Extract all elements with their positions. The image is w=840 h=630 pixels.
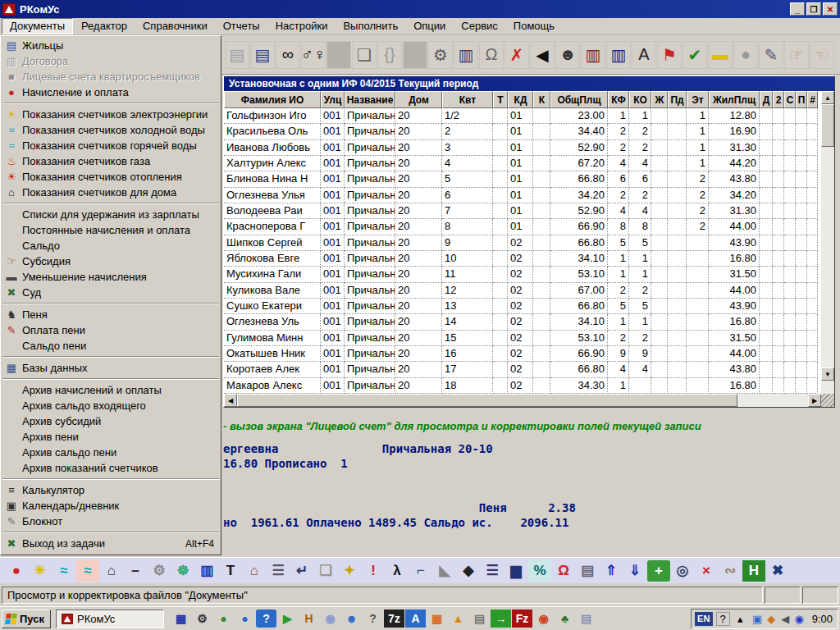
menu-item-archive-penalty-saldo[interactable]: Архив сальдо пени — [1, 445, 221, 460]
vertical-scrollbar[interactable]: ▲ ▼ — [821, 91, 834, 394]
printer2-icon[interactable]: ▤ — [469, 609, 490, 628]
column-header-7[interactable]: КД — [508, 91, 533, 108]
close-x-icon[interactable]: ✖ — [766, 560, 789, 582]
table-row[interactable]: Коротаев Алек001Причальная20170266.80444… — [224, 362, 821, 377]
menu-item-cold-water-meters[interactable]: ≈Показания счетчиков холодной воды — [1, 122, 221, 138]
column-header-12[interactable]: Ж — [651, 91, 668, 108]
table-row[interactable]: Иванова Любовь001Причальная2030152.90221… — [224, 140, 821, 156]
hammer-icon[interactable]: ⚙ — [428, 41, 453, 69]
bucket-icon[interactable]: ◣ — [433, 560, 456, 582]
table-row[interactable]: Гольфинзон Иго001Причальная201/20123.001… — [224, 108, 821, 124]
omega-icon[interactable]: Ω — [552, 560, 575, 582]
menubar-item-help[interactable]: Помощь — [506, 19, 562, 34]
volume-tray-icon[interactable]: ◀ — [778, 612, 792, 626]
menu-item-archive-subsidies[interactable]: Архив субсидий — [1, 413, 221, 429]
language-indicator[interactable]: EN — [695, 612, 713, 626]
table-row[interactable]: Яблокова Евге001Причальная20100234.10111… — [224, 251, 821, 267]
table-row[interactable]: Володеева Раи001Причальная2070152.904423… — [224, 203, 821, 219]
start-button[interactable]: Пуск — [2, 609, 51, 628]
tray-help-icon[interactable]: ? — [716, 612, 730, 626]
doc-viewer-icon[interactable]: ▤ — [576, 609, 596, 628]
bell-icon[interactable]: Ω — [479, 41, 504, 69]
cabinet-icon[interactable]: ☰ — [267, 560, 290, 582]
point-right-icon[interactable]: ☞ — [784, 41, 809, 69]
menu-item-charges[interactable]: ●Начисление и оплата — [1, 84, 221, 100]
cd-icon[interactable]: ◉ — [320, 609, 340, 628]
braces-icon[interactable]: {} — [377, 41, 402, 69]
minimize-button[interactable]: _ — [790, 2, 805, 16]
column-header-3[interactable]: Название — [345, 91, 395, 108]
h-block-icon[interactable]: H — [742, 560, 765, 582]
taskbar-app-button[interactable]: РКомУс — [56, 609, 164, 628]
menu-item-salary-lists[interactable]: Списки для удержания из зарплаты — [1, 207, 221, 222]
menu-item-residents[interactable]: ▤Жильцы — [1, 38, 221, 53]
sevenzip-icon[interactable]: 7z — [384, 609, 404, 628]
menu-item-calculator[interactable]: ≡Калькулятор — [1, 482, 221, 498]
table-row[interactable]: Шипков Сергей001Причальная2090266.805543… — [224, 235, 821, 251]
ruler-icon[interactable]: ▬ — [708, 41, 733, 69]
menu-item-court[interactable]: ✖Суд — [1, 285, 221, 300]
column-header-19[interactable]: П — [796, 91, 807, 108]
books-stack-icon[interactable]: ▥ — [581, 41, 605, 69]
windows-tray-icon[interactable]: ▣ — [751, 612, 765, 626]
column-header-17[interactable]: 2 — [773, 91, 784, 108]
menu-item-penalty-saldo[interactable]: Сальдо пени — [1, 338, 221, 354]
menu-item-calendar[interactable]: ▣Календарь/дневник — [1, 498, 221, 514]
flag-edit-icon[interactable]: ⚑ — [657, 41, 682, 69]
arrow-back-icon[interactable]: ◀ — [530, 41, 555, 69]
bulb-icon[interactable]: ☀ — [29, 560, 52, 582]
corner-arrow-icon[interactable]: ↵ — [290, 560, 313, 582]
house-icon[interactable]: ⌂ — [243, 560, 266, 582]
table-row[interactable]: Окатышев Нник001Причальная20160266.90994… — [224, 346, 821, 362]
chart-icon[interactable]: ▆ — [504, 560, 527, 582]
arrow-down-icon[interactable]: ⇓ — [623, 560, 646, 582]
horizontal-scrollbar[interactable]: ◀ ▶ — [224, 394, 821, 407]
menu-item-databases[interactable]: ▦Базы данных — [1, 360, 221, 376]
fox-icon[interactable]: ▲ — [448, 609, 468, 628]
menu-item-gas-meters[interactable]: ♨Показания счетчиков газа — [1, 153, 221, 169]
column-header-9[interactable]: ОбщПлщ — [550, 91, 608, 108]
table-row[interactable]: Макаров Алекс001Причальная20180234.30116… — [224, 378, 821, 394]
scroll-left-button[interactable]: ◀ — [224, 394, 237, 407]
table-row[interactable]: Куликова Вале001Причальная20120267.00224… — [224, 283, 821, 299]
key-icon[interactable]: ✦ — [338, 560, 361, 582]
menu-item-permanent-charges[interactable]: Постоянные начисления и оплата — [1, 222, 221, 238]
resize-grip[interactable] — [821, 394, 834, 407]
menu-item-notebook[interactable]: ✎Блокнот — [1, 514, 221, 529]
menu-item-archive-saldo-in[interactable]: Архив сальдо входящего — [1, 398, 221, 413]
hxd-icon[interactable]: H — [299, 609, 319, 628]
shape-icon[interactable]: ● — [733, 41, 758, 69]
sphere-icon[interactable]: ● — [213, 609, 234, 628]
binoculars-icon[interactable]: ∞ — [276, 41, 300, 69]
hot-water-icon[interactable]: ≈ — [76, 560, 99, 582]
arrow-up-icon[interactable]: ⇑ — [600, 560, 623, 582]
maximize-button[interactable]: ❐ — [806, 2, 821, 16]
charges-icon[interactable]: ● — [5, 560, 28, 582]
column-header-8[interactable]: К — [533, 91, 550, 108]
wrench-icon[interactable]: ⚙ — [148, 560, 171, 582]
menu-item-archive-charges[interactable]: Архив начислений и оплаты — [1, 382, 221, 398]
table-row[interactable]: Красноперова Г001Причальная2080166.90882… — [224, 219, 821, 235]
table-row[interactable]: Блинова Нина Н001Причальная2050166.80662… — [224, 171, 821, 187]
column-header-10[interactable]: КФ — [608, 91, 629, 108]
tray-expand-icon[interactable]: ▴ — [733, 612, 747, 626]
delete-x-icon[interactable]: × — [695, 560, 718, 582]
menu-item-electricity-meters[interactable]: ☀Показания счетчиков электроэнергии — [1, 107, 221, 122]
menu-item-decrease[interactable]: ▬Уменьшение начисления — [1, 269, 221, 285]
table-row[interactable]: Оглезнева Улья001Причальная2060134.20222… — [224, 188, 821, 203]
table-row[interactable]: Оглезнева Уль001Причальная20140234.10111… — [224, 314, 821, 330]
menubar-item-settings[interactable]: Настройки — [268, 19, 336, 34]
person-globe-icon[interactable]: ☻ — [341, 609, 362, 628]
scroll-right-button[interactable]: ▶ — [808, 394, 821, 407]
residents-pair-icon[interactable]: ♂♀ — [301, 41, 326, 69]
menu-item-saldo[interactable]: Сальдо — [1, 238, 221, 253]
cold-water-icon[interactable]: ≈ — [52, 560, 75, 582]
column-header-5[interactable]: Квт — [442, 91, 493, 108]
play-icon[interactable]: ▶ — [277, 609, 298, 628]
help-circle-icon[interactable]: ? — [256, 609, 276, 628]
menu-item-exit[interactable]: ✖Выход из задачиAlt+F4 — [1, 536, 221, 551]
books2-icon[interactable]: ▥ — [195, 560, 218, 582]
column-header-15[interactable]: ЖилПлщ — [709, 91, 760, 108]
turn-arrow-icon[interactable]: ⌐ — [409, 560, 432, 582]
autofit-icon[interactable]: A — [632, 41, 656, 69]
